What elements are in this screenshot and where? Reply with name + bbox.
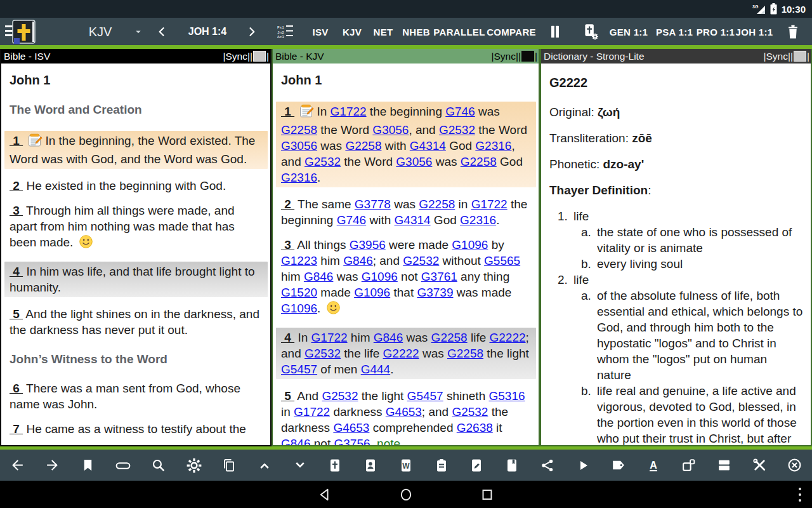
strong-link[interactable]: G2532 — [403, 254, 439, 267]
history-item-gen-1-1[interactable]: GEN 1:1 — [610, 26, 648, 37]
strong-link[interactable]: G2532 — [304, 155, 341, 168]
format-text-icon[interactable]: A — [645, 457, 662, 474]
strong-link[interactable]: G2222 — [490, 331, 526, 344]
split-panes-icon[interactable] — [547, 23, 563, 41]
previous-verse-button[interactable] — [155, 25, 168, 38]
strong-link[interactable]: G1096 — [452, 238, 488, 251]
note-link[interactable]: note — [377, 437, 400, 445]
strong-link[interactable]: G3956 — [350, 238, 386, 251]
strong-link[interactable]: G3056 — [372, 123, 409, 137]
verse-6[interactable]: 6 There was a man sent from God, whose n… — [10, 380, 263, 412]
note-icon[interactable] — [299, 104, 315, 118]
strong-link[interactable]: G2532 — [304, 347, 341, 360]
verse-7[interactable]: 7 He came as a witness to testify about … — [10, 421, 263, 437]
current-reference[interactable]: JOH 1:4 — [188, 26, 226, 37]
isv-panel-body[interactable]: John 1 The Word and Creation 1 In the be… — [1, 64, 270, 445]
isv-sync-toggle[interactable]: |Sync|| — [223, 51, 252, 62]
strong-link[interactable]: G746 — [445, 105, 475, 118]
verse-number[interactable]: 3 — [281, 238, 294, 251]
module-dropdown-caret-icon[interactable] — [133, 26, 144, 37]
strong-link[interactable]: G3761 — [421, 270, 457, 283]
close-icon[interactable] — [787, 457, 803, 474]
verse-number[interactable]: 7 — [10, 422, 23, 436]
dictionary-panel-header[interactable]: Dictionary - Strong-Lite |Sync|| | — [541, 49, 811, 64]
strong-link[interactable]: G2532 — [439, 123, 475, 137]
strong-link[interactable]: G746 — [337, 213, 366, 227]
strong-link[interactable]: G1722 — [294, 405, 330, 418]
verse-5[interactable]: 5 And G2532 the light G5457 shineth G531… — [281, 388, 531, 445]
strong-link[interactable]: G2258 — [345, 139, 381, 152]
strong-link[interactable]: G5565 — [484, 254, 520, 267]
strong-link[interactable]: G1223 — [281, 254, 317, 267]
kjv-sync-toggle[interactable]: |Sync|| — [491, 51, 521, 62]
dictionary-panel-body[interactable]: G2222 Original: ζωήTransliteration: zōēP… — [541, 64, 811, 445]
verse-number[interactable]: 4 — [281, 331, 294, 344]
strong-link[interactable]: G4653 — [386, 405, 422, 418]
strong-link[interactable]: G1520 — [281, 286, 317, 299]
expand-down-icon[interactable] — [292, 457, 308, 474]
verse-3[interactable]: 3 Through him all things were made, and … — [10, 203, 263, 253]
verse-5[interactable]: 5 And the light shines on in the darknes… — [10, 306, 263, 338]
verse-list-icon[interactable]: Ps1Jn2Ac3 — [277, 23, 296, 40]
verse-1[interactable]: 1 In G1722 the beginning G746 was G2258 … — [276, 102, 536, 187]
remote-window-icon[interactable] — [681, 457, 697, 474]
strong-link[interactable]: G846 — [343, 254, 372, 267]
strong-link[interactable]: G846 — [281, 437, 310, 445]
overflow-menu-icon[interactable] — [797, 486, 802, 503]
copy-icon[interactable] — [221, 457, 237, 474]
translation-tab-nheb[interactable]: NHEB — [402, 26, 430, 37]
forward-icon[interactable] — [44, 457, 61, 474]
delete-history-icon[interactable] — [785, 23, 801, 40]
verse-3[interactable]: 3 All things G3956 were made G1096 by G1… — [281, 237, 531, 319]
translation-tab-net[interactable]: NET — [374, 26, 393, 37]
strong-link[interactable]: G3056 — [281, 139, 317, 152]
verse-number[interactable]: 4 — [10, 265, 23, 278]
share-icon[interactable] — [539, 457, 556, 474]
strong-link[interactable]: G3778 — [355, 197, 391, 211]
strong-link[interactable]: G2316 — [475, 139, 511, 152]
strong-link[interactable]: G2258 — [431, 331, 468, 344]
strong-link[interactable]: G1722 — [331, 105, 367, 118]
kjv-panel-header[interactable]: Bible - KJV |Sync|| | — [273, 49, 539, 64]
dictionary-icon[interactable]: W — [398, 457, 414, 474]
verse-number[interactable]: 1 — [281, 105, 294, 118]
strong-link[interactable]: G3756 — [334, 437, 370, 445]
book-icon[interactable] — [504, 457, 520, 474]
history-item-psa-1-1[interactable]: PSA 1:1 — [656, 26, 693, 37]
note-icon[interactable] — [28, 133, 43, 147]
translation-tab-isv[interactable]: ISV — [312, 26, 328, 37]
strong-link[interactable]: G2222 — [383, 347, 419, 360]
android-recents-button[interactable] — [480, 487, 495, 502]
verse-2[interactable]: 2 The same G3778 was G2258 in G1722 the … — [281, 196, 531, 228]
back-icon[interactable] — [9, 457, 25, 474]
strong-link[interactable]: G2258 — [419, 197, 455, 211]
bookmark-icon[interactable] — [79, 457, 96, 474]
strong-link[interactable]: G1096 — [281, 302, 317, 315]
verse-number[interactable]: 5 — [10, 307, 23, 321]
strong-link[interactable]: G444 — [361, 363, 390, 376]
android-back-button[interactable] — [317, 487, 332, 502]
strong-link[interactable]: G2638 — [457, 421, 493, 434]
strong-link[interactable]: G2258 — [447, 347, 483, 360]
verse-4[interactable]: 4 In him was life, and that life brought… — [4, 262, 268, 297]
strong-link[interactable]: G5457 — [407, 389, 443, 403]
tools-icon[interactable] — [751, 457, 768, 474]
play-icon[interactable] — [575, 457, 591, 474]
verse-number[interactable]: 3 — [10, 204, 23, 217]
isv-resize-grip[interactable] — [253, 51, 266, 62]
search-icon[interactable] — [150, 457, 167, 474]
verse-2[interactable]: 2 He existed in the beginning with God. — [10, 178, 263, 194]
strong-link[interactable]: G1096 — [362, 270, 398, 283]
dictionary-sync-toggle[interactable]: |Sync|| — [763, 51, 793, 62]
translation-tab-kjv[interactable]: KJV — [343, 26, 362, 37]
strong-link[interactable]: G1096 — [354, 286, 390, 299]
verse-number[interactable]: 2 — [10, 179, 23, 192]
verse-number[interactable]: 5 — [281, 389, 294, 403]
history-item-pro-1-1[interactable]: PRO 1:1 — [697, 26, 735, 37]
strong-link[interactable]: G5316 — [488, 389, 525, 403]
kjv-resize-grip[interactable] — [521, 51, 534, 62]
commentary-icon[interactable] — [362, 457, 379, 474]
translation-tab-parallel[interactable]: PARALLEL — [433, 26, 485, 37]
highlight-icon[interactable] — [115, 457, 131, 474]
collapse-up-icon[interactable] — [256, 457, 273, 474]
